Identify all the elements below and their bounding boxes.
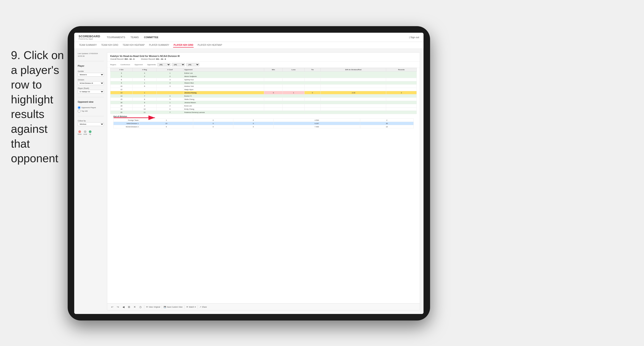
toolbar-watch[interactable]: 👁 Watch ▾ <box>186 306 196 308</box>
grid-table-area: # Div # Reg # Conf Opponent Win Loss Tie… <box>107 68 420 303</box>
cell-reg: 9 <box>132 101 157 104</box>
table-row[interactable]: 9 1 4 Sharon Mun <box>110 81 417 85</box>
toolbar-time[interactable]: ◷ <box>138 305 142 309</box>
opponent-filter-select[interactable]: (All) <box>186 63 199 66</box>
colour-by-label: Colour by <box>78 120 104 122</box>
last-updated: Last Updated: 27/03/202416:55:38 <box>78 52 104 58</box>
table-row[interactable]: 16 9 1 Jessica Mason <box>110 101 417 104</box>
cell-loss <box>283 85 304 88</box>
cell-tie <box>304 108 321 111</box>
table-row[interactable]: 14 7 4 Eunice Yi <box>110 94 417 98</box>
toolbar-close[interactable]: ✕ <box>133 305 137 309</box>
division-select[interactable]: NCAA Division III <box>78 81 104 85</box>
save-icon: 💾 <box>164 306 166 308</box>
toolbar-redo[interactable]: ↪ <box>116 305 120 309</box>
nav-committee[interactable]: COMMITTEE <box>144 35 158 39</box>
out-div-row[interactable]: NAIA Division 1 15 0 0 9.267 30 <box>114 122 414 125</box>
region-filter-group: Region <box>110 64 116 66</box>
cell-win <box>264 111 283 114</box>
sub-nav: TEAM SUMMARY TEAM H2H GRID TEAM H2H HEAT… <box>74 42 424 49</box>
cell-opponent: Esther Lee <box>184 71 264 75</box>
table-row[interactable]: 18 2 2 Euna Lee <box>110 104 417 108</box>
cell-div: 15 <box>110 98 132 101</box>
table-row[interactable]: 12 Haejo Hyun <box>110 88 417 91</box>
cell-div: 9 <box>110 81 132 85</box>
conference-label: Conference <box>120 64 130 66</box>
cell-rounds <box>386 94 417 98</box>
toolbar-grid[interactable]: ⊞ <box>127 305 131 309</box>
cell-div: 6 <box>110 78 132 81</box>
col-reg: # Reg <box>132 68 157 71</box>
subnav-team-h2h-grid[interactable]: TEAM H2H GRID <box>101 43 119 47</box>
table-row[interactable]: 15 8 5 Stella Cheng <box>110 98 417 101</box>
subnav-player-summary[interactable]: PLAYER SUMMARY <box>149 43 170 47</box>
cell-reg: 10 <box>132 108 157 111</box>
cell-div: 18 <box>110 104 132 108</box>
radio-top100[interactable]: Top 100 <box>78 110 104 113</box>
table-row[interactable]: 10 6 3 Andrea York <box>110 85 417 88</box>
division-record-value: 331 - 34 - 6 <box>156 58 166 60</box>
cell-opponent: Sharon Mun <box>184 81 264 85</box>
cell-reg <box>132 88 157 91</box>
conference-filter-select[interactable]: (All) <box>172 63 185 66</box>
cell-reg: 11 <box>132 111 157 114</box>
legend-up-dot <box>89 130 92 133</box>
cell-diff: -3.00 <box>320 91 386 94</box>
toolbar-share[interactable]: ↗ Share <box>200 306 207 308</box>
division-record-label: Division Record: 331 - 34 - 6 <box>141 58 166 60</box>
cell-conf: 4 <box>157 94 184 98</box>
sign-out-button[interactable]: | Sign out <box>409 36 419 39</box>
cell-tie <box>304 81 321 85</box>
legend-level-label: Level <box>84 133 87 135</box>
cell-conf <box>157 88 184 91</box>
toolbar-back[interactable]: ◀ <box>122 305 125 309</box>
out-div-row[interactable]: Foreign Team 1 0 0 4.500 2 <box>114 119 414 122</box>
cell-opponent: Jessica Mason <box>184 101 264 104</box>
nav-items: TOURNAMENTS TEAMS COMMITTEE <box>107 35 409 39</box>
subnav-player-h2h-heatmap[interactable]: PLAYER H2H HEATMAP <box>197 43 222 47</box>
subnav-team-h2h-heatmap[interactable]: TEAM H2H HEATMAP <box>122 43 145 47</box>
cell-win <box>264 88 283 91</box>
cell-opponent: Jessica Huang <box>184 91 264 94</box>
out-div-win: 1 <box>140 119 193 122</box>
nav-teams[interactable]: TEAMS <box>130 35 139 39</box>
toolbar-divider <box>144 305 144 309</box>
out-div-win: 5 <box>140 125 193 128</box>
out-div-tie: 0 <box>233 119 273 122</box>
conference-filter-group: Conference <box>120 64 130 66</box>
out-div-diff: 9.267 <box>273 122 360 125</box>
cell-conf: 5 <box>157 98 184 101</box>
subnav-player-h2h-grid[interactable]: PLAYER H2H GRID <box>173 43 194 47</box>
out-div-loss: 0 <box>193 122 233 125</box>
out-div-name: Foreign Team <box>114 119 140 122</box>
out-div-diff: 7.400 <box>273 125 360 128</box>
region-label: Region <box>110 64 116 66</box>
table-row[interactable]: 5 2 2 Alexis Sudjianto <box>110 75 417 78</box>
toolbar-undo[interactable]: ↩ <box>110 305 114 309</box>
gender-select[interactable]: Women's <box>78 73 104 77</box>
toolbar-view-original[interactable]: 👁 View: Original <box>146 306 160 308</box>
legend-items: Down Level Up <box>78 130 104 135</box>
cell-conf: 6 <box>157 108 184 111</box>
table-row[interactable]: 20 11 7 Federica Domecq Lacroze <box>110 111 417 114</box>
subnav-team-summary[interactable]: TEAM SUMMARY <box>78 43 97 47</box>
table-row-highlighted[interactable]: 13 1 Jessica Huang 0 1 0 -3.00 2 <box>110 91 417 94</box>
nav-tournaments[interactable]: TOURNAMENTS <box>107 35 125 39</box>
toolbar-save-custom[interactable]: 💾 Save Custom View <box>164 306 182 308</box>
col-rounds: Rounds <box>386 68 417 71</box>
out-div-row[interactable]: NCAA Division 2 5 0 0 7.400 10 <box>114 125 414 128</box>
cell-loss <box>283 78 304 81</box>
region-filter-select[interactable]: (All) <box>158 63 170 66</box>
colour-by-select[interactable]: Win/loss <box>78 122 104 126</box>
opponents-label: Opponents: <box>147 64 156 66</box>
logo: SCOREBOARD Powered by clippd <box>78 35 100 40</box>
cell-loss <box>283 108 304 111</box>
cell-reg: 6 <box>132 85 157 88</box>
table-row[interactable]: 19 10 6 Emily Chang <box>110 108 417 111</box>
table-row[interactable]: 6 1 3 Sydney Kuo <box>110 78 417 81</box>
table-row[interactable]: 3 4 1 Esther Lee <box>110 71 417 75</box>
cell-diff <box>320 108 386 111</box>
out-division-title: Out of division <box>110 114 417 118</box>
player-rank-select[interactable]: 8. Katelyn Vo <box>78 90 104 94</box>
radio-opponents-played[interactable]: Opponents Played <box>78 106 104 109</box>
